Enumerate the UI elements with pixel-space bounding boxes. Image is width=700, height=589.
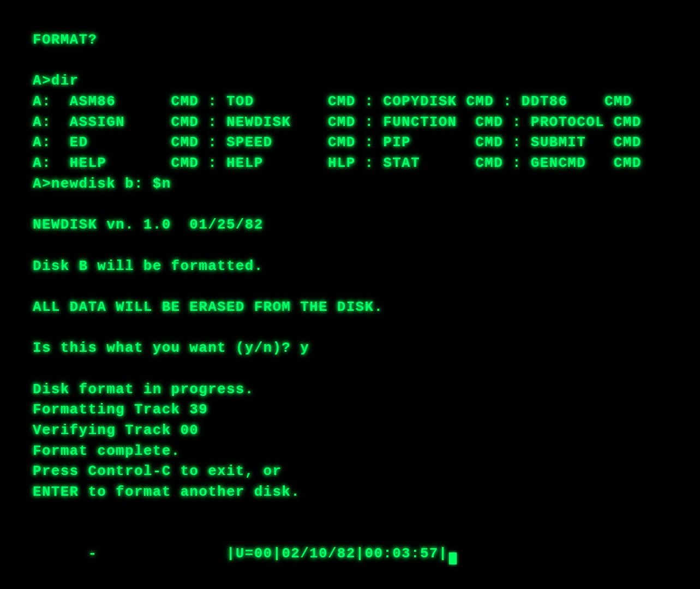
status-line: - |U=00|02/10/82|00:03:57| — [33, 524, 667, 585]
format-complete-msg: Format complete. — [33, 441, 667, 462]
confirm-message: Is this what you want (y/n)? y — [33, 338, 667, 359]
newdisk-version: NEWDISK vn. 1.0 01/25/82 — [33, 215, 667, 236]
cursor-icon — [449, 552, 457, 564]
verifying-track-msg: Verifying Track 00 — [33, 420, 667, 441]
format-prompt: FORMAT? — [33, 30, 667, 51]
dir-row-4: A: HELP CMD : HELP HLP : STAT CMD : GENC… — [33, 153, 667, 174]
format-progress-msg: Disk format in progress. — [33, 380, 667, 400]
blank-line-5 — [33, 318, 667, 339]
dir-row-2: A: ASSIGN CMD : NEWDISK CMD : FUNCTION C… — [33, 112, 667, 133]
dir-row-1: A: ASM86 CMD : TOD CMD : COPYDISK CMD : … — [33, 92, 667, 112]
formatting-track-msg: Formatting Track 39 — [33, 400, 667, 420]
dir-command: A>dir — [33, 71, 667, 92]
press-ctrl-msg: Press Control-C to exit, or — [33, 461, 667, 482]
all-data-warning: ALL DATA WILL BE ERASED FROM THE DISK. — [33, 297, 667, 318]
dir-row-3: A: ED CMD : SPEED CMD : PIP CMD : SUBMIT… — [33, 133, 667, 153]
blank-line-2 — [33, 195, 667, 215]
terminal-screen: FORMAT? A>dir A: ASM86 CMD : TOD CMD : C… — [0, 0, 700, 589]
blank-line-4 — [33, 277, 667, 297]
enter-format-msg: ENTER to format another disk. — [33, 482, 667, 503]
blank-line-6 — [33, 359, 667, 380]
blank-line-3 — [33, 236, 667, 256]
disk-b-message: Disk B will be formatted. — [33, 256, 667, 277]
blank-line-7 — [33, 503, 667, 524]
blank-line-1 — [33, 51, 667, 71]
newdisk-command: A>newdisk b: $n — [33, 174, 667, 195]
